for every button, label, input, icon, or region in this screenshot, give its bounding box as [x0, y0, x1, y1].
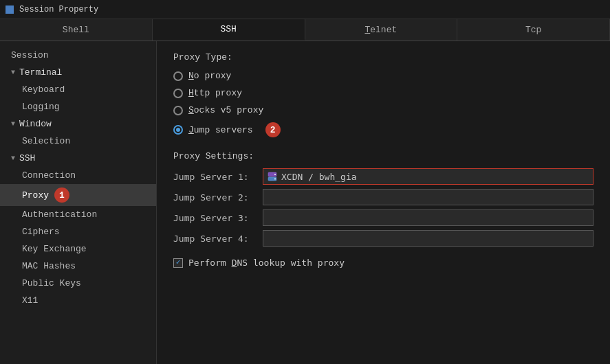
radio-label-jump-servers: Jump servers [188, 125, 253, 135]
dns-checkbox[interactable] [173, 258, 183, 268]
radio-circle-jump-servers [173, 125, 183, 135]
sidebar-item-connection[interactable]: Connection [0, 167, 156, 184]
proxy-type-label: Proxy Type: [173, 52, 593, 62]
chevron-down-icon: ▼ [11, 69, 15, 76]
tab-tcp[interactable]: Tcp [457, 19, 610, 41]
jump-server-3-label: Jump Server 3: [173, 213, 263, 223]
sidebar-item-ssh[interactable]: ▼ SSH [0, 150, 156, 167]
sidebar-item-ciphers[interactable]: Ciphers [0, 223, 156, 240]
proxy-type-radio-group: No proxy Http proxy Socks v5 proxy Jump … [173, 71, 593, 137]
jump-server-1-row: Jump Server 1: XCDN / bwh_gia [173, 168, 593, 185]
sidebar-item-logging[interactable]: Logging [0, 98, 156, 115]
radio-jump-servers[interactable]: Jump servers 2 [173, 122, 593, 137]
jump-server-4-row: Jump Server 4: [173, 230, 593, 247]
jump-server-3-input[interactable] [263, 209, 593, 226]
badge-1: 1 [54, 187, 69, 203]
jump-server-4-label: Jump Server 4: [173, 234, 263, 244]
sidebar: Session ▼ Terminal Keyboard Logging ▼ Wi… [0, 41, 157, 364]
chevron-down-icon: ▼ [11, 120, 15, 128]
dns-checkbox-row[interactable]: Perform DNS lookup with proxy [173, 258, 593, 268]
tab-shell[interactable]: Shell [0, 19, 153, 41]
jump-server-1-input-container[interactable]: XCDN / bwh_gia [263, 168, 593, 185]
jump-server-2-input[interactable] [263, 189, 593, 205]
server-icon [268, 172, 277, 181]
jump-server-1-label: Jump Server 1: [173, 172, 263, 182]
radio-no-proxy[interactable]: No proxy [173, 71, 593, 81]
sidebar-item-key-exchange[interactable]: Key Exchange [0, 240, 156, 258]
radio-http-proxy[interactable]: Http proxy [173, 88, 593, 98]
sidebar-item-session[interactable]: Session [0, 47, 156, 64]
jump-server-2-label: Jump Server 2: [173, 192, 263, 203]
radio-label-http-proxy: Http proxy [188, 88, 242, 98]
radio-socks-v5[interactable]: Socks v5 proxy [173, 105, 593, 115]
sidebar-item-keyboard[interactable]: Keyboard [0, 81, 156, 98]
sidebar-item-proxy[interactable]: Proxy 1 [0, 184, 156, 206]
sidebar-item-selection[interactable]: Selection [0, 133, 156, 150]
sidebar-item-mac-hashes[interactable]: MAC Hashes [0, 258, 156, 275]
title-bar-title: Session Property [19, 5, 98, 14]
badge-2: 2 [265, 122, 281, 137]
radio-label-no-proxy: No proxy [188, 71, 231, 81]
jump-server-1-value: XCDN / bwh_gia [281, 172, 357, 182]
chevron-down-icon: ▼ [11, 155, 15, 162]
radio-circle-http-proxy [173, 89, 183, 98]
title-bar-icon [6, 5, 14, 14]
radio-label-socks-v5: Socks v5 proxy [188, 105, 263, 115]
tab-bar: Shell SSH TTelnetelnet Tcp [0, 19, 610, 41]
jump-server-3-row: Jump Server 3: [173, 209, 593, 226]
sidebar-item-terminal[interactable]: ▼ Terminal [0, 64, 156, 81]
sidebar-item-public-keys[interactable]: Public Keys [0, 275, 156, 292]
title-bar: Session Property [0, 0, 610, 19]
svg-point-3 [274, 179, 276, 180]
tab-telnet[interactable]: TTelnetelnet [305, 19, 458, 41]
proxy-settings-label: Proxy Settings: [173, 151, 593, 161]
svg-point-2 [274, 174, 276, 175]
tab-ssh[interactable]: SSH [153, 19, 305, 41]
jump-server-2-row: Jump Server 2: [173, 189, 593, 205]
content-area: Proxy Type: No proxy Http proxy Socks v5… [157, 41, 610, 364]
radio-circle-socks-v5 [173, 106, 183, 115]
radio-circle-no-proxy [173, 71, 183, 81]
sidebar-item-authentication[interactable]: Authentication [0, 206, 156, 223]
jump-server-4-input[interactable] [263, 230, 593, 247]
main-layout: Session ▼ Terminal Keyboard Logging ▼ Wi… [0, 41, 610, 364]
sidebar-item-x11[interactable]: X11 [0, 292, 156, 309]
dns-label: Perform DNS lookup with proxy [188, 258, 345, 268]
sidebar-item-window[interactable]: ▼ Window [0, 115, 156, 133]
